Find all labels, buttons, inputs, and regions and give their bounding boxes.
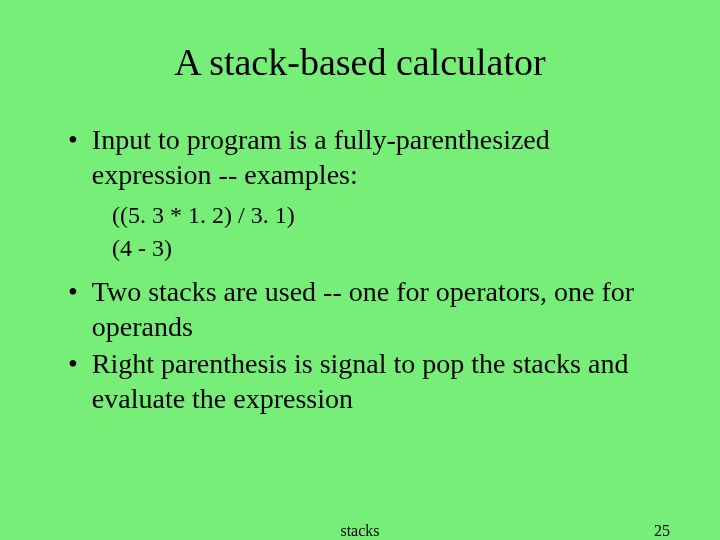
sub-item: (4 - 3) bbox=[68, 233, 670, 264]
bullet-dot: • bbox=[68, 274, 78, 344]
bullet-dot: • bbox=[68, 122, 78, 192]
bullet-text: Input to program is a fully-parenthesize… bbox=[92, 122, 670, 192]
bullet-item: • Input to program is a fully-parenthesi… bbox=[68, 122, 670, 192]
bullet-item: • Right parenthesis is signal to pop the… bbox=[68, 346, 670, 416]
sub-item: ((5. 3 * 1. 2) / 3. 1) bbox=[68, 200, 670, 231]
bullet-text: Two stacks are used -- one for operators… bbox=[92, 274, 670, 344]
bullet-dot: • bbox=[68, 346, 78, 416]
footer-label: stacks bbox=[340, 522, 379, 540]
page-number: 25 bbox=[654, 522, 670, 540]
bullet-text: Right parenthesis is signal to pop the s… bbox=[92, 346, 670, 416]
slide: A stack-based calculator • Input to prog… bbox=[0, 0, 720, 540]
slide-title: A stack-based calculator bbox=[50, 40, 670, 84]
slide-content: • Input to program is a fully-parenthesi… bbox=[50, 122, 670, 416]
bullet-item: • Two stacks are used -- one for operato… bbox=[68, 274, 670, 344]
